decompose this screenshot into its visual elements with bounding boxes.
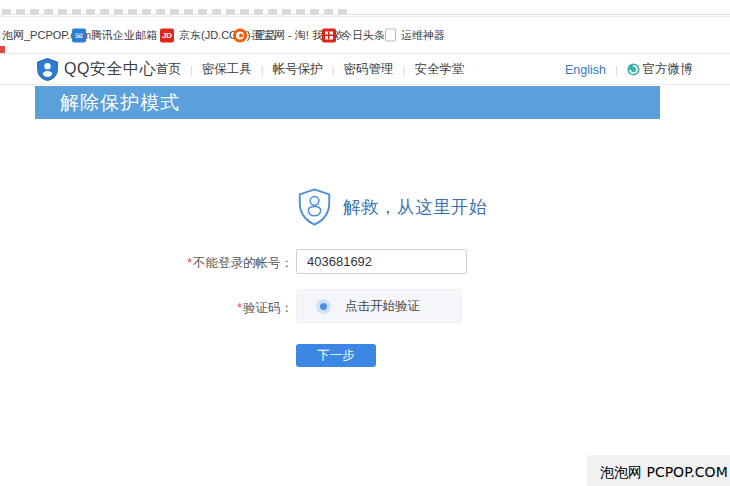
qq-security-logo[interactable]: QQ安全中心 [37,55,156,84]
bookmark-label: 腾讯企业邮箱 [91,28,157,43]
page-title: 解除保护模式 [35,86,660,119]
bookmark-tencent-mail[interactable]: 腾讯企业邮箱 [72,28,157,43]
nav-separator: | [403,64,406,76]
nav-security-school[interactable]: 安全学堂 [414,61,464,78]
bookmark-toutiao[interactable]: 今日头条 [322,28,385,43]
nav-security-tools[interactable]: 密保工具 [202,61,252,78]
logo-text: QQ安全中心 [64,59,156,80]
required-mark: * [237,301,242,315]
jd-icon: JD [160,28,174,42]
weibo-label: 官方微博 [643,61,693,78]
site-header: QQ安全中心 首页 | 密保工具 | 帐号保护 | 密码管理 | 安全学堂 En… [0,55,730,85]
qq-shield-logo-icon [37,58,58,81]
captcha-label-text: 验证码： [243,301,293,315]
watermark-strip: 泡泡网 PCPOP.COM [587,455,730,486]
taobao-icon [233,28,247,42]
cropped-favicon-fragment [0,46,5,53]
captcha-text: 点击开始验证 [345,298,420,315]
rescue-headline: 解救，从这里开始 [298,188,487,226]
header-separator: | [615,64,618,76]
bookmark-tool[interactable]: 运维神器 [385,28,445,43]
mail-icon [72,28,86,42]
main-nav: 首页 | 密保工具 | 帐号保护 | 密码管理 | 安全学堂 [156,55,464,84]
captcha-label: *验证码： [130,300,293,317]
nav-separator: | [261,64,264,76]
watermark-text: 泡泡网 PCPOP.COM [587,455,730,482]
required-mark: * [187,256,192,270]
account-label-text: 不能登录的帐号： [193,256,293,270]
shield-penguin-icon [298,188,331,226]
english-link[interactable]: English [565,63,606,77]
page-icon [385,29,396,42]
bookmark-label: 运维神器 [401,28,445,43]
header-right-links: English | 官方微博 [565,55,693,84]
nav-separator: | [332,64,335,76]
headline-text: 解救，从这里开始 [343,195,487,219]
nav-home[interactable]: 首页 [156,61,181,78]
captcha-radio-icon [316,299,331,314]
captcha-verify-widget[interactable]: 点击开始验证 [296,289,462,323]
next-step-button[interactable]: 下一步 [296,344,376,367]
page-banner: 解除保护模式 [35,86,660,119]
nav-account-protection[interactable]: 帐号保护 [273,61,323,78]
qq-security-center-page: 泡网_PCPOP.com 腾讯企业邮箱 JD 京东(JD.COM)-正品 淘宝网… [0,0,730,486]
tencent-weibo-icon [627,63,640,76]
bookmarks-bar: 泡网_PCPOP.com 腾讯企业邮箱 JD 京东(JD.COM)-正品 淘宝网… [0,17,730,54]
toutiao-icon [322,28,336,42]
official-weibo-link[interactable]: 官方微博 [627,61,693,78]
account-label: *不能登录的帐号： [130,255,293,272]
bookmark-label: 今日头条 [341,28,385,43]
nav-separator: | [190,64,193,76]
nav-password-management[interactable]: 密码管理 [344,61,394,78]
account-input[interactable] [296,249,467,274]
